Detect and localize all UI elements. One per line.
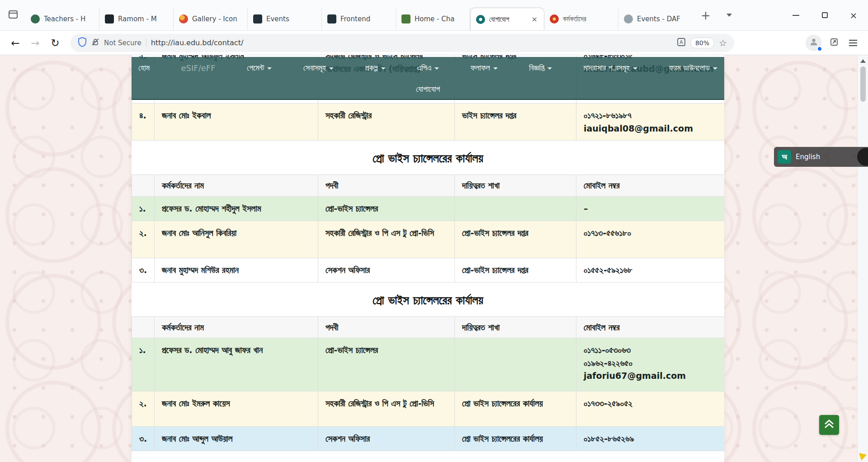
back-button[interactable]: ←: [6, 34, 24, 52]
section-title: প্রো ভাইস চ্যান্সেলরের কার্যালয়: [132, 141, 724, 174]
language-label: English: [796, 153, 820, 161]
nav-item-label: প্রকল্প: [365, 63, 378, 73]
profile-avatar-button[interactable]: [806, 35, 822, 51]
scroll-to-top-button[interactable]: [819, 415, 839, 435]
zoom-level-badge[interactable]: 80%: [690, 38, 714, 48]
hamburger-icon: [849, 40, 857, 46]
browser-tab[interactable]: Ramom - M: [99, 8, 174, 30]
nav-item-form-download[interactable]: ফরম ডাউনলোড: [667, 63, 720, 73]
nav-item-label: ফরম ডাউনলোড: [669, 63, 710, 73]
university-crest-icon: [31, 14, 40, 24]
caret-down-icon: [493, 67, 498, 70]
govt-seal-icon: [550, 14, 559, 24]
browser-tab[interactable]: Events: [248, 8, 322, 30]
nav-item-projects[interactable]: প্রকল্প: [363, 63, 388, 73]
department-cell: [455, 338, 576, 391]
tab-search-button[interactable]: [721, 7, 738, 24]
browser-tab[interactable]: Events - DAF: [618, 8, 693, 30]
url-text[interactable]: http://iau.edu.bd/contact/: [151, 38, 244, 47]
table-row: ১. প্রফেসর ড. মোহাম্মদ শহীদুল ইসলাম প্রো…: [132, 196, 725, 221]
position-cell: সহকারী রেজিস্ট্রার ও পি এস টু প্রো-ভিসি: [318, 391, 455, 427]
department-cell: প্রো-ভাইস চ্যান্সেলর দপ্তর: [455, 258, 576, 282]
tab-title: Gallery - Icon: [192, 15, 242, 23]
notification-dot: [817, 46, 822, 52]
browser-tab[interactable]: Teachers - H: [25, 8, 99, 30]
page-content: ২. জনাব মুহাম্মদ আরিফুল ইসলাম সহকারী রেজ…: [132, 55, 724, 462]
menu-button[interactable]: [844, 34, 862, 52]
browser-toolbar: ← → ↻ Not Secure http://iau.edu.bd/conta…: [0, 31, 868, 55]
home-icon: [401, 14, 410, 24]
language-flag-circle: [857, 148, 868, 166]
caret-down-icon: [381, 67, 386, 70]
chevron-down-icon: [726, 14, 732, 17]
section-title: প্রো ভাইস চ্যান্সেলরের কার্যালয়: [132, 283, 724, 316]
browser-tab[interactable]: কর্মকর্তাদের: [544, 8, 618, 30]
close-window-button[interactable]: ×: [839, 0, 868, 30]
address-bar[interactable]: Not Secure http://iau.edu.bd/contact/ A …: [71, 34, 734, 52]
browser-tab-active[interactable]: যোগাযোগ ×: [470, 8, 544, 30]
browser-tab[interactable]: Gallery - Icon: [174, 8, 248, 30]
email-address: iauiqbal08@gmail.com: [584, 122, 717, 135]
department-cell: প্রো-ভাইস চ্যান্সেলর দপ্তর: [455, 221, 576, 258]
browser-tab[interactable]: Home - Cha: [396, 8, 470, 30]
serial-cell: ২.: [132, 391, 155, 427]
name-cell: জনাব মোঃ আব্দুল আউয়াল: [155, 427, 318, 451]
nav-item-services[interactable]: সেবাসমূহ: [301, 63, 336, 73]
nav-item-results[interactable]: ফলাফল: [468, 63, 500, 73]
forward-button[interactable]: →: [26, 34, 44, 52]
browser-window: Teachers - H Ramom - M Gallery - Icon Ev…: [0, 0, 868, 462]
browser-tab[interactable]: Frontend: [322, 8, 396, 30]
nav-item-home[interactable]: হোম: [136, 63, 152, 73]
department-cell: ভাইস চ্যান্সেলর দপ্তর: [455, 104, 576, 141]
window-controls: ×: [781, 0, 868, 30]
tab-actions-button[interactable]: [4, 6, 23, 25]
scrollbar-up-arrow[interactable]: [860, 59, 866, 63]
caret-down-icon: [713, 67, 717, 70]
nav-item-label: হোম: [138, 63, 150, 73]
position-cell: প্রো-ভাইস চ্যান্সেলর: [318, 196, 455, 221]
phone-number: ০১৭৩৩-২৫৯০৫২: [584, 397, 717, 410]
scrollbar-thumb[interactable]: [860, 66, 866, 102]
phone-number: ০১৫৫২-৫৯২১৬৮: [584, 264, 717, 277]
name-cell: জনাব মোঃ ইমরুল কায়েস: [155, 391, 318, 427]
nav-item-label: মাদরাসার প.রসমূহ: [584, 63, 630, 73]
nav-item-contact[interactable]: যোগাযোগ: [414, 84, 442, 94]
column-header: পদবী: [318, 175, 455, 197]
serial-cell: ১.: [132, 338, 155, 391]
nav-item-madrasah-list[interactable]: মাদরাসার প.রসমূহ: [581, 63, 640, 73]
nav-item-label: পেমেন্ট: [247, 63, 264, 73]
caret-down-icon: [434, 67, 439, 70]
nav-item-notice[interactable]: বিজ্ঞপ্তি: [527, 63, 554, 73]
name-cell: প্রফেসর ড. মোহাম্মদ আবু জাফর খান: [155, 338, 318, 391]
tab-close-icon[interactable]: ×: [531, 15, 538, 24]
nav-item-payment[interactable]: পেমেন্ট: [245, 63, 274, 73]
column-header: কর্মকর্তাদের নাম: [155, 316, 318, 338]
officers-table: কর্মকর্তাদের নাম পদবী দায়িত্বরত শাখা মো…: [132, 316, 724, 452]
officers-table: কর্মকর্তাদের নাম পদবী দায়িত্বরত শাখা মো…: [132, 174, 724, 283]
nav-item-apa[interactable]: এপিএ: [415, 63, 441, 73]
minimize-button[interactable]: [781, 0, 810, 30]
mobile-cell: –: [576, 196, 725, 221]
table-row: ৪. জনাব মোঃ ইকবাল সহকারী রেজিস্ট্রার ভাই…: [132, 104, 725, 141]
refresh-button[interactable]: ↻: [46, 34, 64, 52]
favorite-star-icon[interactable]: ☆: [719, 38, 727, 48]
name-cell: প্রফেসর ড. মোহাম্মদ শহীদুল ইসলাম: [155, 196, 318, 221]
collections-button[interactable]: [826, 34, 843, 52]
serial-cell: ১.: [132, 196, 155, 221]
tab-title: Ramom - M: [118, 15, 168, 23]
table-row: ৩. জনাব মুহাম্মদ মশিউর রহমান সেকশন অফিসা…: [132, 258, 725, 282]
language-switcher[interactable]: অ English: [774, 147, 868, 167]
minimize-icon: [793, 15, 799, 16]
lock-slash-icon[interactable]: [91, 38, 99, 48]
daf-events-icon: [624, 14, 633, 24]
shield-icon[interactable]: [78, 37, 87, 49]
maximize-button[interactable]: [810, 0, 839, 30]
vertical-scrollbar[interactable]: [857, 55, 868, 462]
ramom-app-icon: [105, 14, 114, 24]
nav-item-esif[interactable]: eSIF/eFF: [179, 63, 218, 73]
table-row: ২. জনাব মোঃ ইমরুল কায়েস সহকারী রেজিস্ট্…: [132, 391, 725, 427]
new-tab-button[interactable]: +: [697, 7, 714, 24]
security-label[interactable]: Not Secure: [104, 39, 142, 47]
translate-icon[interactable]: A: [677, 38, 686, 48]
serial-cell: ২.: [132, 221, 155, 258]
